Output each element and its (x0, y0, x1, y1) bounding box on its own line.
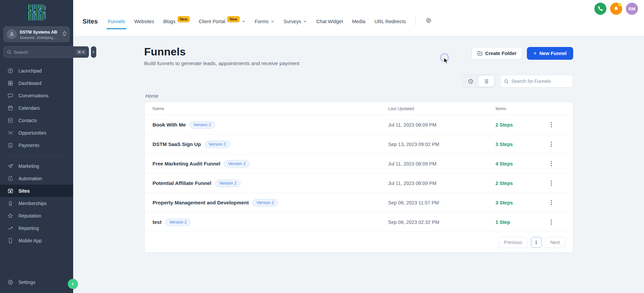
version-badge: Version 2 (215, 180, 241, 187)
funnels-search-input[interactable] (511, 79, 569, 84)
steps-link[interactable]: 3 Steps (496, 142, 538, 147)
opportunities-icon (7, 130, 13, 136)
row-menu-icon[interactable]: ⋮ (546, 141, 557, 148)
lightning-icon (91, 50, 96, 54)
funnel-name[interactable]: test (153, 219, 162, 225)
quick-actions-button[interactable] (91, 46, 96, 58)
funnel-name[interactable]: Book With Me (153, 122, 186, 128)
section-title: Sites (83, 18, 98, 25)
sidebar-item-sites[interactable]: Sites (0, 185, 73, 197)
sidebar-menu: Launchpad Dashboard Conversations Calend… (0, 64, 73, 247)
new-funnel-button[interactable]: + New Funnel (527, 47, 573, 60)
tab-label: Forms (255, 19, 268, 24)
user-avatar[interactable]: RM (626, 3, 638, 15)
chevron-updown-icon (62, 31, 66, 38)
tab-media[interactable]: Media (352, 19, 365, 24)
notifications-button[interactable] (610, 3, 622, 15)
create-folder-button[interactable]: Create Folder (472, 47, 522, 60)
table-row[interactable]: Free Marketing Audit Funnel Version 2 Ju… (145, 154, 573, 173)
trend-chart-icon (7, 225, 13, 231)
calendar-icon (7, 105, 13, 111)
steps-link[interactable]: 3 Steps (496, 200, 538, 205)
column-name: Name (153, 106, 388, 111)
row-menu-icon[interactable]: ⋮ (546, 160, 557, 167)
sidebar-item-memberships[interactable]: Memberships (0, 197, 73, 209)
sidebar-item-label: Launchpad (18, 68, 42, 74)
funnel-name[interactable]: Free Marketing Audit Funnel (153, 161, 220, 166)
chevron-down-icon (242, 19, 246, 23)
tab-forms[interactable]: Forms (255, 19, 275, 24)
steps-link[interactable]: 4 Steps (496, 161, 538, 166)
sidebar-item-dashboard[interactable]: Dashboard (0, 77, 73, 89)
tab-label: Websites (134, 19, 154, 24)
table-row[interactable]: Book With Me Version 2 Jul 11, 2023 08:0… (145, 115, 573, 134)
sidebar-item-launchpad[interactable]: Launchpad (0, 64, 73, 77)
breadcrumb[interactable]: Home (146, 93, 573, 99)
steps-link[interactable]: 1 Step (496, 219, 538, 225)
steps-link[interactable]: 2 Steps (496, 181, 538, 186)
tab-chat-widget[interactable]: Chat Widget (316, 19, 343, 24)
version-badge: Version 2 (165, 218, 191, 226)
tab-websites[interactable]: Websites (134, 19, 154, 24)
sidebar: DSTM Systems AB Gislaved, Jönköping... ⌘… (0, 0, 73, 293)
funnel-name[interactable]: DSTM SaaS Sign Up (153, 141, 201, 147)
sidebar-collapse-button[interactable] (68, 279, 78, 289)
last-updated: Sep 06, 2023 11:57 PM (388, 200, 496, 205)
recent-view-button[interactable] (463, 76, 479, 87)
search-input[interactable] (14, 50, 73, 55)
sidebar-item-reputation[interactable]: Reputation (0, 209, 73, 222)
account-switcher[interactable]: DSTM Systems AB Gislaved, Jönköping... (3, 26, 70, 42)
sidebar-item-opportunities[interactable]: Opportunities (0, 127, 73, 139)
sidebar-item-calendars[interactable]: Calendars (0, 102, 73, 114)
chat-bubble-icon (7, 93, 13, 99)
row-menu-icon[interactable]: ⋮ (546, 121, 557, 128)
funnels-search[interactable] (500, 75, 573, 88)
account-name: DSTM Systems AB (20, 30, 57, 35)
table-row[interactable]: Potential Affiliate Funnel Version 2 Jul… (145, 173, 573, 193)
sidebar-item-contacts[interactable]: Contacts (0, 114, 73, 127)
table-header: Name Last Updated Items (145, 102, 573, 115)
list-view-button[interactable] (479, 76, 494, 87)
sidebar-item-payments[interactable]: $ Payments (0, 139, 73, 151)
phone-button[interactable] (594, 3, 606, 15)
table-row[interactable]: DSTM SaaS Sign Up Version 2 Sep 13, 2023… (145, 134, 573, 154)
previous-page-button[interactable]: Previous (498, 237, 527, 248)
funnel-name[interactable]: Potential Affiliate Funnel (153, 180, 211, 186)
sidebar-item-label: Marketing (18, 163, 39, 169)
folder-plus-icon (477, 51, 483, 56)
sidebar-item-automation[interactable]: Automation (0, 172, 73, 185)
last-updated: Jul 11, 2023 08:09 PM (388, 122, 496, 128)
sites-settings-button[interactable] (426, 17, 432, 25)
sidebar-item-label: Automation (18, 176, 42, 181)
avatar-initials: RM (629, 6, 635, 11)
sidebar-item-marketing[interactable]: Marketing (0, 160, 73, 172)
star-icon (7, 213, 13, 219)
tab-surveys[interactable]: Surveys (284, 19, 307, 24)
row-menu-icon[interactable]: ⋮ (546, 218, 557, 226)
row-menu-icon[interactable]: ⋮ (546, 199, 557, 206)
next-page-button[interactable]: Next (545, 237, 565, 248)
nav-divider (415, 17, 416, 26)
tab-url-redirects[interactable]: URL Redirects (375, 19, 406, 24)
sidebar-item-reporting[interactable]: Reporting (0, 222, 73, 234)
sidebar-divider (5, 155, 68, 156)
table-row[interactable]: Property Management and Development Vers… (145, 193, 573, 212)
sidebar-item-label: Sites (18, 188, 30, 194)
sidebar-item-mobile-app[interactable]: Mobile App (0, 234, 73, 247)
tab-funnels[interactable]: Funnels (108, 19, 125, 24)
tab-label: Blogs (163, 19, 175, 24)
notification-dot (618, 3, 622, 6)
sidebar-item-conversations[interactable]: Conversations (0, 89, 73, 102)
tab-label: Chat Widget (316, 19, 343, 24)
sidebar-search[interactable]: ⌘ K (3, 46, 89, 58)
row-menu-icon[interactable]: ⋮ (546, 180, 557, 187)
steps-link[interactable]: 2 Steps (496, 122, 538, 128)
tab-blogs[interactable]: Blogs New (163, 18, 190, 25)
table-row[interactable]: test Version 2 Sep 06, 2023 02:32 PM 1 S… (145, 212, 573, 232)
page-number-button[interactable]: 1 (531, 237, 542, 248)
sidebar-item-settings[interactable]: Settings (0, 276, 73, 288)
pagination: Previous 1 Next (145, 232, 573, 252)
funnel-name[interactable]: Property Management and Development (153, 200, 249, 205)
tab-client-portal[interactable]: Client Portal New (199, 18, 246, 25)
chevron-down-icon (270, 19, 275, 23)
